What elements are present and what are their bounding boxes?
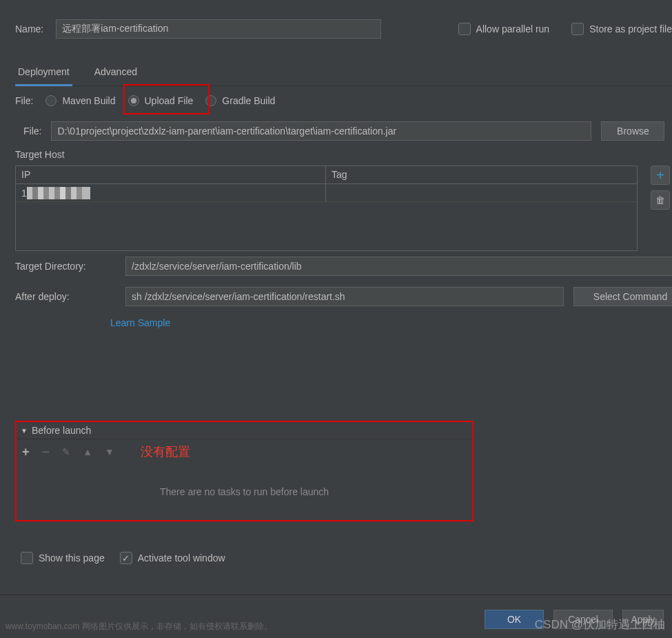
- file-label: File:: [15, 95, 33, 106]
- tabs: Deployment Advanced: [15, 66, 672, 86]
- target-directory-label: Target Directory:: [15, 261, 86, 272]
- activate-tool-label: Activate tool window: [138, 552, 225, 564]
- after-deploy-input[interactable]: [125, 287, 564, 306]
- cell-tag: [326, 184, 637, 201]
- activate-tool-window-checkbox[interactable]: Activate tool window: [120, 552, 225, 564]
- censored-ip: [27, 187, 90, 199]
- show-this-page-checkbox[interactable]: Show this page: [21, 552, 105, 564]
- annotation-text: 没有配置: [141, 443, 190, 460]
- watermark-left: www.toymoban.com 网络图片仅供展示，非存储，如有侵权请联系删除。: [6, 621, 272, 632]
- before-launch-header[interactable]: ▼ Before launch: [17, 422, 472, 439]
- radio-upload-label: Upload File: [145, 95, 194, 106]
- checkbox-icon: [120, 552, 132, 564]
- radio-icon: [128, 95, 139, 106]
- table-row[interactable]: 1: [16, 184, 637, 202]
- collapse-icon: ▼: [21, 427, 28, 435]
- table-header: IP Tag: [16, 166, 637, 184]
- tab-advanced[interactable]: Advanced: [92, 66, 140, 86]
- file-path-label: File:: [23, 126, 41, 137]
- checkbox-icon: [458, 23, 471, 35]
- radio-icon: [205, 95, 216, 106]
- store-as-project-file-checkbox[interactable]: Store as project file: [571, 23, 672, 35]
- allow-parallel-label: Allow parallel run: [476, 23, 550, 34]
- show-page-label: Show this page: [39, 552, 105, 564]
- cell-ip: 1: [16, 184, 326, 201]
- radio-upload-file[interactable]: Upload File: [128, 95, 194, 106]
- checkbox-icon: [571, 23, 584, 35]
- before-launch-empty-text: There are no tasks to run before launch: [17, 464, 472, 519]
- target-directory-input[interactable]: [125, 257, 672, 276]
- store-as-project-label: Store as project file: [589, 23, 672, 34]
- add-host-button[interactable]: +: [651, 166, 670, 185]
- move-down-button[interactable]: ▼: [105, 446, 114, 457]
- name-label: Name:: [15, 23, 43, 34]
- plus-icon: +: [656, 168, 664, 182]
- edit-task-button[interactable]: ✎: [62, 446, 70, 457]
- column-header-tag[interactable]: Tag: [326, 166, 637, 183]
- allow-parallel-run-checkbox[interactable]: Allow parallel run: [458, 23, 550, 35]
- before-launch-title: Before launch: [32, 425, 91, 436]
- cancel-button[interactable]: Cancel: [553, 610, 613, 629]
- add-task-button[interactable]: +: [22, 445, 30, 459]
- tab-deployment[interactable]: Deployment: [15, 66, 72, 86]
- checkbox-icon: [21, 552, 33, 564]
- target-host-label: Target Host: [15, 149, 65, 160]
- radio-maven-build[interactable]: Maven Build: [45, 95, 115, 106]
- apply-button[interactable]: Apply: [622, 610, 664, 629]
- browse-button[interactable]: Browse: [601, 121, 664, 141]
- select-command-button[interactable]: Select Command: [573, 287, 672, 306]
- delete-host-button[interactable]: 🗑: [651, 190, 670, 210]
- before-launch-section: ▼ Before launch + − ✎ ▲ ▼ 没有配置 There are…: [15, 421, 474, 521]
- radio-icon: [45, 95, 57, 106]
- move-up-button[interactable]: ▲: [83, 446, 92, 457]
- file-path-input[interactable]: [51, 121, 591, 141]
- column-header-ip[interactable]: IP: [16, 166, 326, 183]
- radio-maven-label: Maven Build: [62, 95, 115, 106]
- trash-icon: 🗑: [655, 195, 665, 206]
- learn-sample-link[interactable]: Learn Sample: [110, 317, 170, 328]
- remove-task-button[interactable]: −: [42, 444, 50, 460]
- target-host-table[interactable]: IP Tag 1: [15, 166, 638, 251]
- ok-button[interactable]: OK: [485, 610, 544, 629]
- name-input[interactable]: [56, 19, 381, 39]
- after-deploy-label: After deploy:: [15, 291, 70, 302]
- radio-gradle-label: Gradle Build: [222, 95, 275, 106]
- radio-gradle-build[interactable]: Gradle Build: [205, 95, 275, 106]
